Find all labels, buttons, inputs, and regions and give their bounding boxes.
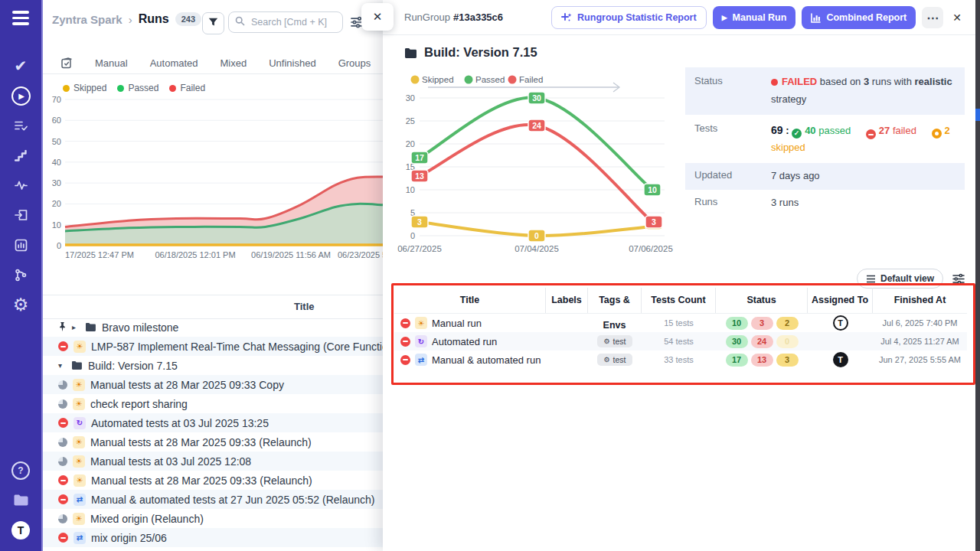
- column-header-tags-envs[interactable]: Tags & Envs: [588, 288, 642, 313]
- table-row[interactable]: ↻Automated run⚙test54 tests30240Jul 4, 2…: [394, 332, 967, 350]
- list-item[interactable]: ☀Manual tests at 28 Mar 2025 09:33 Copy: [41, 375, 383, 394]
- search-input[interactable]: [250, 16, 337, 28]
- tab-manual[interactable]: Manual: [95, 57, 128, 69]
- folder-icon: [404, 47, 417, 58]
- manual-run-icon: ☀: [74, 341, 86, 353]
- legend-label: Passed: [128, 83, 158, 93]
- drawer-close-button[interactable]: ✕: [952, 11, 962, 24]
- breadcrumb: Zyntra Spark › Runs 243: [52, 12, 201, 26]
- manual-run-icon: ☀: [74, 474, 86, 487]
- default-view-button[interactable]: Default view: [857, 269, 943, 289]
- chevron-right-icon[interactable]: ▸: [72, 323, 80, 331]
- filter-button[interactable]: [202, 12, 224, 34]
- legend-failed[interactable]: Failed: [169, 83, 205, 93]
- manual-run-icon: ☀: [415, 317, 427, 329]
- list-item[interactable]: ☀check report sharing: [41, 394, 383, 413]
- steps-icon[interactable]: [0, 141, 41, 171]
- column-header-labels[interactable]: Labels: [546, 288, 588, 313]
- svg-text:20: 20: [52, 199, 61, 208]
- search-box[interactable]: [228, 11, 343, 33]
- help-icon[interactable]: ?: [0, 455, 41, 485]
- table-settings-icon[interactable]: [952, 273, 965, 285]
- test-plans-icon[interactable]: [0, 111, 41, 141]
- column-header-title[interactable]: Title: [394, 288, 546, 313]
- status-row: Status FAILED based on 3 runs with reali…: [685, 67, 965, 115]
- rungroup-results-chart: 051015202530SkippedPassedFailed302173010…: [392, 70, 677, 265]
- workspace-avatar[interactable]: T: [0, 515, 41, 545]
- list-item[interactable]: ↻Automated tests at 03 Jul 2025 13:25: [41, 413, 383, 432]
- right-scrollbar[interactable]: [975, 0, 980, 551]
- import-icon[interactable]: [0, 201, 41, 230]
- menu-icon[interactable]: [12, 11, 29, 25]
- rungroup-title: RunGroup#13a335c6: [404, 11, 503, 23]
- chevron-down-icon[interactable]: ▾: [58, 361, 66, 370]
- manual-run-button[interactable]: ▶ Manual Run: [713, 6, 796, 29]
- column-header-status[interactable]: Status: [716, 288, 808, 313]
- analytics-icon[interactable]: [0, 230, 41, 260]
- tab-automated[interactable]: Automated: [150, 57, 198, 69]
- svg-text:Passed: Passed: [475, 75, 505, 84]
- legend-passed[interactable]: Passed: [117, 83, 158, 93]
- run-title: mix origin 25/06: [91, 532, 167, 544]
- list-item[interactable]: ☀LMP-587 Implement Real-Time Chat Messag…: [41, 337, 383, 356]
- runs-icon-active[interactable]: ▶: [0, 81, 41, 111]
- list-item[interactable]: ☀Mixed origin (Relaunch): [41, 509, 383, 528]
- list-item[interactable]: ☀Manual tests at 28 Mar 2025 09:33 (Rela…: [41, 432, 383, 452]
- tag-pill[interactable]: ⚙test: [597, 335, 632, 347]
- projects-folder-icon[interactable]: [0, 485, 41, 515]
- tag-pill[interactable]: ⚙test: [597, 354, 632, 366]
- tab-mixed[interactable]: Mixed: [220, 57, 247, 69]
- column-header-assigned-to[interactable]: Assigned To: [808, 288, 873, 313]
- app-sidebar: ✔ ▶ ⚙ ? T: [0, 0, 43, 551]
- title-column-header[interactable]: Title: [294, 295, 315, 318]
- run-title: Manual run: [432, 318, 482, 329]
- panel-close-button[interactable]: ✕: [361, 3, 394, 31]
- tags-cell: ⚙test: [588, 354, 642, 366]
- pulse-icon[interactable]: [0, 171, 41, 201]
- list-item[interactable]: ▸Bravo milestone: [41, 318, 383, 337]
- list-item[interactable]: ▾Build: Version 7.15: [41, 356, 383, 375]
- passed-check-icon: ✓: [792, 129, 802, 139]
- list-item[interactable]: ☀Manual tests at 28 Mar 2025 09:33 (Rela…: [41, 471, 383, 490]
- list-item[interactable]: ⇄Manual & automated tests at 27 Jun 2025…: [41, 490, 383, 509]
- svg-text:06/19/2025 11:56 AM: 06/19/2025 11:56 AM: [251, 250, 331, 259]
- run-title: Manual & automated tests at 27 Jun 2025 …: [91, 494, 374, 506]
- list-item[interactable]: ⇄mix origin 25/06: [41, 528, 383, 547]
- settings-gear-icon[interactable]: ⚙: [0, 290, 41, 320]
- column-header-finished-at[interactable]: Finished At: [873, 288, 967, 313]
- combined-report-button[interactable]: Combined Report: [802, 6, 916, 29]
- play-icon: ▶: [11, 86, 31, 106]
- tests-count-cell: 33 tests: [642, 355, 716, 364]
- branch-icon[interactable]: [0, 260, 41, 290]
- tests-icon[interactable]: ✔: [0, 51, 41, 81]
- failed-minus-icon: [866, 129, 876, 139]
- more-actions-button[interactable]: ⋯: [922, 7, 943, 28]
- tab-unfinished[interactable]: Unfinished: [269, 57, 315, 69]
- assignee-avatar[interactable]: T: [833, 352, 848, 367]
- manual-run-icon: ☀: [73, 455, 85, 468]
- legend-skipped[interactable]: Skipped: [63, 83, 106, 93]
- assignee-avatar[interactable]: T: [833, 315, 848, 331]
- pin-icon: [58, 321, 67, 334]
- sparkles-icon: [561, 12, 572, 23]
- table-row[interactable]: ⇄Manual & automated run⚙test33 tests1713…: [394, 350, 967, 369]
- passed-count-pill: 30: [726, 335, 748, 348]
- svg-text:24: 24: [532, 121, 541, 130]
- svg-text:60: 60: [52, 116, 61, 125]
- project-name[interactable]: Zyntra Spark: [52, 13, 122, 26]
- svg-text:30: 30: [532, 93, 541, 103]
- svg-text:10: 10: [52, 220, 61, 230]
- folder-icon: [85, 322, 96, 332]
- tab-groups[interactable]: Groups: [338, 57, 371, 69]
- column-header-tests-count[interactable]: Tests Count: [642, 288, 716, 313]
- list-item[interactable]: ☀Manual tests at 03 Jul 2025 12:08: [41, 452, 383, 471]
- failed-dot-icon: [771, 79, 778, 86]
- table-row[interactable]: ☀Manual run15 tests1032TJul 6, 2025 7:40…: [394, 314, 967, 332]
- tests-count-cell: 54 tests: [642, 337, 716, 346]
- run-title-cell: ⇄Manual & automated run: [394, 354, 546, 366]
- select-all-icon[interactable]: [61, 57, 73, 69]
- table-view-icon: [866, 275, 876, 283]
- rungroup-statistic-report-button[interactable]: Rungroup Statistic Report: [551, 6, 707, 29]
- scrollbar-thumb[interactable]: [975, 109, 980, 121]
- svg-text:06/27/2025: 06/27/2025: [397, 244, 442, 253]
